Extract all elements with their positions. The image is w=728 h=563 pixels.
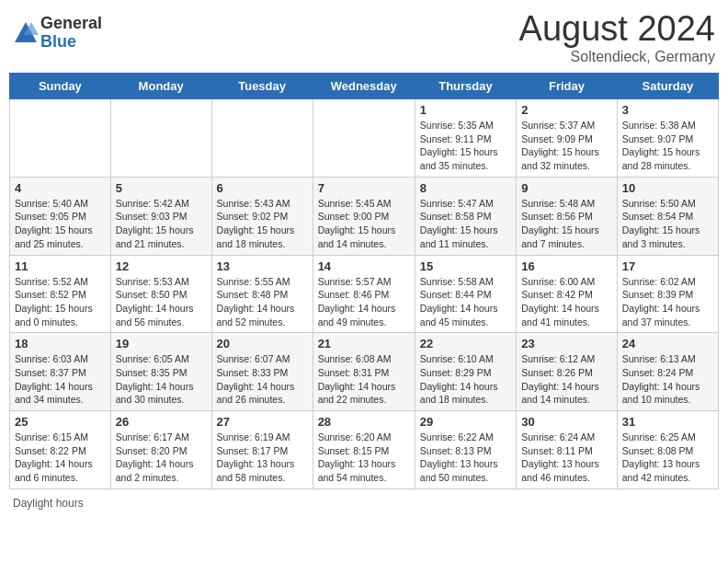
day-number: 8 xyxy=(420,181,511,195)
calendar-cell: 31Sunrise: 6:25 AM Sunset: 8:08 PM Dayli… xyxy=(617,411,718,489)
day-info: Sunrise: 6:00 AM Sunset: 8:42 PM Dayligh… xyxy=(521,275,612,329)
calendar-cell: 15Sunrise: 5:58 AM Sunset: 8:44 PM Dayli… xyxy=(415,255,516,333)
calendar-cell: 26Sunrise: 6:17 AM Sunset: 8:20 PM Dayli… xyxy=(110,411,211,489)
day-number: 28 xyxy=(318,415,410,429)
day-headers-row: SundayMondayTuesdayWednesdayThursdayFrid… xyxy=(10,74,719,99)
calendar-cell xyxy=(313,99,415,178)
day-number: 1 xyxy=(420,103,511,117)
logo: General Blue xyxy=(13,15,102,52)
calendar-cell: 23Sunrise: 6:12 AM Sunset: 8:26 PM Dayli… xyxy=(517,333,618,411)
calendar-cell: 4Sunrise: 5:40 AM Sunset: 9:05 PM Daylig… xyxy=(10,177,111,255)
day-number: 29 xyxy=(420,415,511,429)
calendar-cell xyxy=(110,99,211,178)
day-number: 20 xyxy=(217,337,308,350)
calendar-cell: 5Sunrise: 5:42 AM Sunset: 9:03 PM Daylig… xyxy=(110,177,211,255)
page-header: General Blue August 2024 Soltendieck, Ge… xyxy=(9,9,719,65)
day-header-monday: Monday xyxy=(110,74,211,99)
day-number: 19 xyxy=(116,337,207,350)
day-number: 6 xyxy=(217,181,308,195)
day-info: Sunrise: 6:15 AM Sunset: 8:22 PM Dayligh… xyxy=(15,431,106,485)
day-number: 4 xyxy=(15,181,106,195)
calendar-week-row: 1Sunrise: 5:35 AM Sunset: 9:11 PM Daylig… xyxy=(10,99,719,178)
day-info: Sunrise: 5:58 AM Sunset: 8:44 PM Dayligh… xyxy=(420,275,511,329)
calendar-week-row: 4Sunrise: 5:40 AM Sunset: 9:05 PM Daylig… xyxy=(10,177,719,255)
day-number: 16 xyxy=(521,259,612,273)
calendar-cell: 24Sunrise: 6:13 AM Sunset: 8:24 PM Dayli… xyxy=(617,333,718,411)
day-number: 23 xyxy=(521,337,612,350)
day-info: Sunrise: 6:02 AM Sunset: 8:39 PM Dayligh… xyxy=(622,275,713,329)
calendar-cell: 27Sunrise: 6:19 AM Sunset: 8:17 PM Dayli… xyxy=(211,411,313,489)
day-info: Sunrise: 5:42 AM Sunset: 9:03 PM Dayligh… xyxy=(116,197,207,251)
day-number: 14 xyxy=(318,259,410,273)
day-info: Sunrise: 5:45 AM Sunset: 9:00 PM Dayligh… xyxy=(318,197,410,251)
calendar-cell: 13Sunrise: 5:55 AM Sunset: 8:48 PM Dayli… xyxy=(211,255,313,333)
calendar-cell: 20Sunrise: 6:07 AM Sunset: 8:33 PM Dayli… xyxy=(211,333,313,411)
calendar-cell: 2Sunrise: 5:37 AM Sunset: 9:09 PM Daylig… xyxy=(517,99,618,178)
day-info: Sunrise: 5:55 AM Sunset: 8:48 PM Dayligh… xyxy=(217,275,308,329)
day-number: 30 xyxy=(521,415,612,429)
day-info: Sunrise: 6:24 AM Sunset: 8:11 PM Dayligh… xyxy=(521,431,612,485)
calendar-cell: 19Sunrise: 6:05 AM Sunset: 8:35 PM Dayli… xyxy=(110,333,211,411)
day-number: 17 xyxy=(622,259,713,273)
title-block: August 2024 Soltendieck, Germany xyxy=(519,9,715,65)
day-number: 21 xyxy=(318,337,410,350)
day-info: Sunrise: 5:47 AM Sunset: 8:58 PM Dayligh… xyxy=(420,197,511,251)
day-header-wednesday: Wednesday xyxy=(313,74,415,99)
calendar-header: SundayMondayTuesdayWednesdayThursdayFrid… xyxy=(10,74,719,99)
day-info: Sunrise: 5:38 AM Sunset: 9:07 PM Dayligh… xyxy=(622,119,713,173)
calendar-cell xyxy=(10,99,111,178)
day-info: Sunrise: 6:13 AM Sunset: 8:24 PM Dayligh… xyxy=(622,352,713,407)
day-header-tuesday: Tuesday xyxy=(211,74,313,99)
day-number: 3 xyxy=(622,103,713,117)
day-info: Sunrise: 5:40 AM Sunset: 9:05 PM Dayligh… xyxy=(15,197,106,251)
legend: Daylight hours xyxy=(9,497,719,510)
day-info: Sunrise: 6:10 AM Sunset: 8:29 PM Dayligh… xyxy=(420,352,511,407)
day-info: Sunrise: 6:22 AM Sunset: 8:13 PM Dayligh… xyxy=(420,431,511,485)
day-header-sunday: Sunday xyxy=(10,74,111,99)
logo-icon xyxy=(13,20,39,46)
day-info: Sunrise: 6:19 AM Sunset: 8:17 PM Dayligh… xyxy=(217,431,308,485)
calendar-cell: 7Sunrise: 5:45 AM Sunset: 9:00 PM Daylig… xyxy=(313,177,415,255)
daylight-hours-label: Daylight hours xyxy=(13,497,84,510)
day-number: 5 xyxy=(116,181,207,195)
calendar-week-row: 11Sunrise: 5:52 AM Sunset: 8:52 PM Dayli… xyxy=(10,255,719,333)
day-number: 9 xyxy=(521,181,612,195)
day-info: Sunrise: 6:08 AM Sunset: 8:31 PM Dayligh… xyxy=(318,352,410,407)
day-info: Sunrise: 5:37 AM Sunset: 9:09 PM Dayligh… xyxy=(521,119,612,173)
day-info: Sunrise: 5:57 AM Sunset: 8:46 PM Dayligh… xyxy=(318,275,410,329)
day-number: 24 xyxy=(622,337,713,350)
calendar-cell: 16Sunrise: 6:00 AM Sunset: 8:42 PM Dayli… xyxy=(517,255,618,333)
day-number: 31 xyxy=(622,415,713,429)
day-number: 25 xyxy=(15,415,106,429)
day-info: Sunrise: 6:17 AM Sunset: 8:20 PM Dayligh… xyxy=(116,431,207,485)
day-info: Sunrise: 5:48 AM Sunset: 8:56 PM Dayligh… xyxy=(521,197,612,251)
month-year-title: August 2024 xyxy=(519,9,715,49)
day-number: 7 xyxy=(318,181,410,195)
logo-general-text: General xyxy=(40,15,102,33)
day-info: Sunrise: 6:25 AM Sunset: 8:08 PM Dayligh… xyxy=(622,431,713,485)
day-number: 15 xyxy=(420,259,511,273)
day-number: 18 xyxy=(15,337,106,350)
day-info: Sunrise: 5:50 AM Sunset: 8:54 PM Dayligh… xyxy=(622,197,713,251)
calendar-cell: 29Sunrise: 6:22 AM Sunset: 8:13 PM Dayli… xyxy=(415,411,516,489)
calendar-cell: 18Sunrise: 6:03 AM Sunset: 8:37 PM Dayli… xyxy=(10,333,111,411)
day-info: Sunrise: 5:43 AM Sunset: 9:02 PM Dayligh… xyxy=(217,197,308,251)
calendar-cell: 11Sunrise: 5:52 AM Sunset: 8:52 PM Dayli… xyxy=(10,255,111,333)
calendar-cell: 21Sunrise: 6:08 AM Sunset: 8:31 PM Dayli… xyxy=(313,333,415,411)
calendar-cell: 3Sunrise: 5:38 AM Sunset: 9:07 PM Daylig… xyxy=(617,99,718,178)
day-number: 11 xyxy=(15,259,106,273)
day-header-friday: Friday xyxy=(517,74,618,99)
day-info: Sunrise: 5:53 AM Sunset: 8:50 PM Dayligh… xyxy=(116,275,207,329)
calendar-cell: 14Sunrise: 5:57 AM Sunset: 8:46 PM Dayli… xyxy=(313,255,415,333)
day-number: 27 xyxy=(217,415,308,429)
calendar-cell: 8Sunrise: 5:47 AM Sunset: 8:58 PM Daylig… xyxy=(415,177,516,255)
calendar-week-row: 25Sunrise: 6:15 AM Sunset: 8:22 PM Dayli… xyxy=(10,411,719,489)
day-info: Sunrise: 6:20 AM Sunset: 8:15 PM Dayligh… xyxy=(318,431,410,485)
day-number: 10 xyxy=(622,181,713,195)
calendar-cell: 25Sunrise: 6:15 AM Sunset: 8:22 PM Dayli… xyxy=(10,411,111,489)
day-number: 12 xyxy=(116,259,207,273)
day-header-thursday: Thursday xyxy=(415,74,516,99)
calendar-body: 1Sunrise: 5:35 AM Sunset: 9:11 PM Daylig… xyxy=(10,99,719,489)
calendar-cell: 9Sunrise: 5:48 AM Sunset: 8:56 PM Daylig… xyxy=(517,177,618,255)
day-info: Sunrise: 5:52 AM Sunset: 8:52 PM Dayligh… xyxy=(15,275,106,329)
